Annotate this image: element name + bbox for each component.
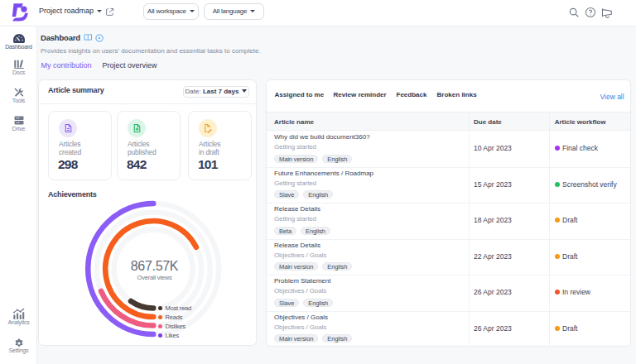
svg-text:Overall views: Overall views	[137, 274, 172, 281]
svg-text:867.57K: 867.57K	[131, 259, 179, 273]
